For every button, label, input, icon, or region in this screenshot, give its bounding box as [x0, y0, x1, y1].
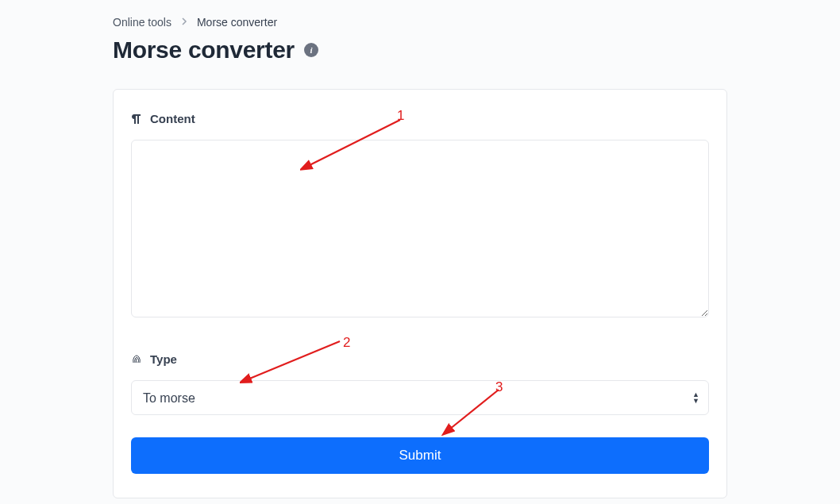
- type-select[interactable]: To morse: [131, 380, 709, 415]
- type-label: Type: [131, 352, 709, 366]
- content-label-text: Content: [150, 112, 195, 125]
- type-label-text: Type: [150, 352, 177, 366]
- breadcrumb-current: Morse converter: [197, 16, 277, 29]
- content-label: Content: [131, 112, 709, 125]
- type-field-group: Type To morse ▲▼: [131, 352, 709, 415]
- chevron-right-icon: [181, 17, 187, 28]
- info-icon[interactable]: i: [304, 43, 318, 57]
- submit-button[interactable]: Submit: [131, 437, 709, 474]
- page-title: Morse converter: [113, 37, 295, 63]
- fingerprint-icon: [131, 354, 142, 365]
- page-title-row: Morse converter i: [113, 37, 727, 63]
- breadcrumb-root-link[interactable]: Online tools: [113, 16, 171, 29]
- paragraph-icon: [131, 113, 142, 125]
- type-select-wrap: To morse ▲▼: [131, 380, 709, 415]
- breadcrumb: Online tools Morse converter: [113, 16, 727, 29]
- annotation-number-3: 3: [495, 379, 503, 395]
- content-field-group: Content: [131, 112, 709, 321]
- annotation-number-2: 2: [343, 335, 350, 351]
- content-textarea[interactable]: [131, 140, 709, 317]
- converter-card: Content Type To morse ▲▼ Submit: [113, 89, 727, 498]
- annotation-number-1: 1: [397, 108, 404, 124]
